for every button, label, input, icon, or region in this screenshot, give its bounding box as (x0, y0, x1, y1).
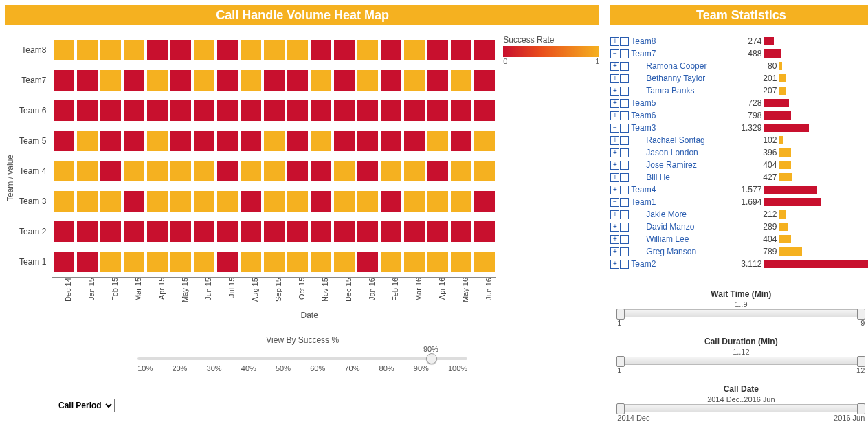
checkbox-icon[interactable] (620, 235, 629, 244)
heatmap-cell[interactable] (54, 100, 74, 121)
heatmap-cell[interactable] (124, 70, 144, 91)
heatmap-cell[interactable] (287, 191, 308, 212)
minus-icon[interactable]: − (610, 198, 619, 207)
view-by-slider[interactable]: 90% 10%20%30%40%50%60%70%80%90%100% (137, 357, 467, 372)
plus-icon[interactable]: + (610, 74, 619, 83)
heatmap-cell[interactable] (404, 161, 425, 181)
stat-person-row[interactable]: +Jason London396 (610, 146, 868, 159)
stat-team-row[interactable]: −Team11.694 (610, 196, 868, 208)
heatmap-cell[interactable] (287, 131, 308, 151)
plus-icon[interactable]: + (610, 136, 619, 145)
heatmap-cell[interactable] (77, 191, 98, 212)
stat-team-row[interactable]: +Team41.577 (610, 183, 868, 196)
heatmap-cell[interactable] (474, 252, 495, 272)
heatmap-cell[interactable] (124, 221, 144, 242)
heatmap-cell[interactable] (217, 252, 238, 272)
heatmap-cell[interactable] (77, 40, 98, 60)
heatmap-cell[interactable] (77, 252, 98, 272)
heatmap-cell[interactable] (264, 161, 285, 181)
heatmap-cell[interactable] (194, 100, 214, 121)
heatmap-cell[interactable] (474, 221, 495, 242)
checkbox-icon[interactable] (620, 186, 629, 194)
heatmap-cell[interactable] (451, 40, 471, 60)
heatmap-cell[interactable] (77, 70, 98, 91)
heatmap-cell[interactable] (381, 100, 401, 121)
heatmap-cell[interactable] (147, 221, 168, 242)
stat-person-row[interactable]: +David Manzo289 (610, 221, 868, 233)
checkbox-icon[interactable] (620, 87, 629, 96)
heatmap-cell[interactable] (241, 131, 261, 151)
heatmap-cell[interactable] (147, 40, 168, 60)
heatmap-cell[interactable] (264, 191, 285, 212)
stat-person-row[interactable]: +Greg Manson789 (610, 245, 868, 258)
plus-icon[interactable]: + (610, 111, 619, 120)
stat-person-row[interactable]: +Jose Ramirez404 (610, 159, 868, 171)
heatmap-cell[interactable] (357, 70, 378, 91)
heatmap-cell[interactable] (54, 131, 74, 151)
heatmap-cell[interactable] (217, 161, 238, 181)
heatmap-cell[interactable] (451, 221, 471, 242)
checkbox-icon[interactable] (620, 173, 629, 182)
heatmap-cell[interactable] (124, 100, 144, 121)
heatmap-cell[interactable] (451, 191, 471, 212)
heatmap-cell[interactable] (170, 100, 191, 121)
heatmap-cell[interactable] (404, 252, 425, 272)
heatmap-cell[interactable] (357, 221, 378, 242)
stat-team-row[interactable]: +Team8274 (610, 35, 868, 47)
heatmap-cell[interactable] (427, 191, 448, 212)
heatmap-cell[interactable] (427, 221, 448, 242)
heatmap-cell[interactable] (474, 131, 495, 151)
heatmap-cell[interactable] (404, 70, 425, 91)
heatmap-cell[interactable] (217, 40, 238, 60)
heatmap-cell[interactable] (54, 70, 74, 91)
heatmap-cell[interactable] (404, 221, 425, 242)
checkbox-icon[interactable] (620, 136, 629, 145)
heatmap-cell[interactable] (357, 131, 378, 151)
heatmap-cell[interactable] (311, 131, 331, 151)
heatmap-cell[interactable] (241, 161, 261, 181)
heatmap-cell[interactable] (311, 252, 331, 272)
heatmap-cell[interactable] (381, 40, 401, 60)
heatmap-cell[interactable] (474, 100, 495, 121)
plus-icon[interactable]: + (610, 62, 619, 71)
heatmap-cell[interactable] (264, 221, 285, 242)
heatmap-cell[interactable] (100, 161, 121, 181)
heatmap-cell[interactable] (170, 191, 191, 212)
heatmap-cell[interactable] (170, 131, 191, 151)
heatmap-cell[interactable] (100, 191, 121, 212)
heatmap-cell[interactable] (241, 221, 261, 242)
heatmap-cell[interactable] (287, 70, 308, 91)
heatmap-cell[interactable] (77, 221, 98, 242)
plus-icon[interactable]: + (610, 210, 619, 219)
heatmap-cell[interactable] (54, 221, 74, 242)
heatmap-cell[interactable] (170, 40, 191, 60)
heatmap-cell[interactable] (357, 40, 378, 60)
heatmap-cell[interactable] (287, 221, 308, 242)
plus-icon[interactable]: + (610, 99, 619, 108)
heatmap-cell[interactable] (357, 100, 378, 121)
heatmap-cell[interactable] (77, 100, 98, 121)
wait-time-slider[interactable]: 19 (617, 309, 865, 327)
heatmap-cell[interactable] (334, 131, 355, 151)
heatmap-cell[interactable] (194, 221, 214, 242)
duration-slider[interactable]: 112 (617, 357, 865, 375)
heatmap-cell[interactable] (147, 191, 168, 212)
minus-icon[interactable]: − (610, 124, 619, 133)
heatmap-cell[interactable] (311, 100, 331, 121)
heatmap-cell[interactable] (194, 70, 214, 91)
heatmap-cell[interactable] (124, 131, 144, 151)
plus-icon[interactable]: + (610, 148, 619, 157)
minus-icon[interactable]: − (610, 49, 619, 58)
heatmap-cell[interactable] (100, 252, 121, 272)
heatmap-cell[interactable] (311, 70, 331, 91)
stat-team-row[interactable]: −Team31.329 (610, 122, 868, 134)
heatmap-cell[interactable] (100, 100, 121, 121)
stat-team-row[interactable]: +Team6798 (610, 109, 868, 122)
stat-person-row[interactable]: +Jakie More212 (610, 208, 868, 221)
heatmap-cell[interactable] (381, 70, 401, 91)
heatmap-cell[interactable] (124, 252, 144, 272)
heatmap-cell[interactable] (264, 131, 285, 151)
heatmap-cell[interactable] (474, 70, 495, 91)
heatmap-cell[interactable] (100, 131, 121, 151)
plus-icon[interactable]: + (610, 260, 619, 269)
